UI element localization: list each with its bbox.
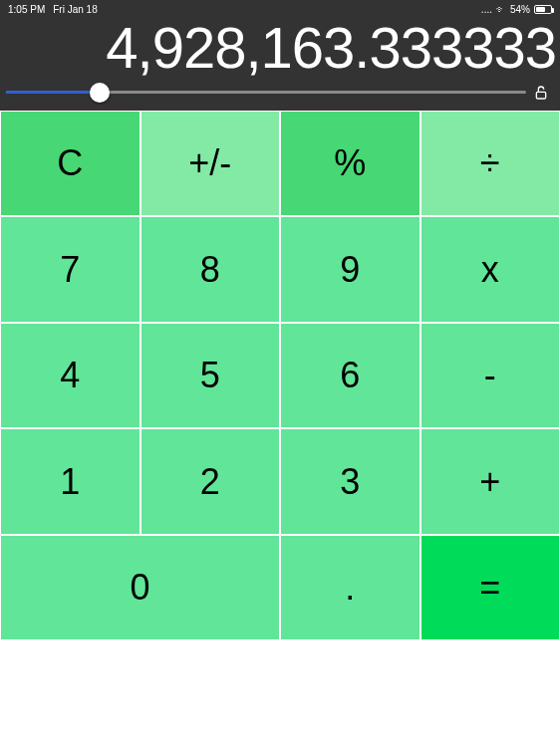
- digit-3-button[interactable]: 3: [280, 428, 420, 535]
- divide-button[interactable]: ÷: [420, 111, 561, 217]
- keypad: C +/- % ÷ 7 8 9 x 4 5 6 - 1 2 3 + 0 . =: [0, 111, 560, 747]
- slider-fill: [6, 91, 100, 94]
- unlock-icon[interactable]: [532, 84, 550, 102]
- status-time: 1:05 PM: [8, 4, 45, 15]
- plus-button[interactable]: +: [420, 428, 561, 535]
- svg-rect-0: [536, 92, 545, 99]
- digit-8-button[interactable]: 8: [140, 216, 281, 323]
- slider-row: [4, 79, 556, 107]
- display-area: 4,928,163.333333: [0, 18, 560, 111]
- digit-2-button[interactable]: 2: [140, 428, 281, 535]
- sign-button[interactable]: +/-: [140, 111, 281, 217]
- status-bar-left: 1:05 PM Fri Jan 18: [8, 4, 98, 15]
- percent-button[interactable]: %: [280, 111, 420, 217]
- status-date: Fri Jan 18: [53, 4, 97, 15]
- digit-4-button[interactable]: 4: [0, 323, 140, 429]
- digit-1-button[interactable]: 1: [0, 428, 140, 535]
- digit-5-button[interactable]: 5: [140, 323, 281, 429]
- display-value: 4,928,163.333333: [4, 18, 556, 79]
- wifi-icon: ᯤ: [496, 4, 506, 15]
- battery-icon: [534, 5, 552, 14]
- decimal-button[interactable]: .: [280, 535, 420, 641]
- status-bar-right: .... ᯤ 54%: [481, 4, 552, 15]
- slider-thumb[interactable]: [90, 83, 110, 103]
- signal-icon: ....: [481, 4, 492, 15]
- digit-7-button[interactable]: 7: [0, 216, 140, 323]
- digit-6-button[interactable]: 6: [280, 323, 420, 429]
- digit-0-button[interactable]: 0: [0, 535, 280, 641]
- precision-slider[interactable]: [6, 91, 526, 94]
- equals-button[interactable]: =: [420, 535, 561, 641]
- digit-9-button[interactable]: 9: [280, 216, 420, 323]
- multiply-button[interactable]: x: [420, 216, 561, 323]
- minus-button[interactable]: -: [420, 323, 561, 429]
- battery-percent: 54%: [510, 4, 530, 15]
- clear-button[interactable]: C: [0, 111, 140, 217]
